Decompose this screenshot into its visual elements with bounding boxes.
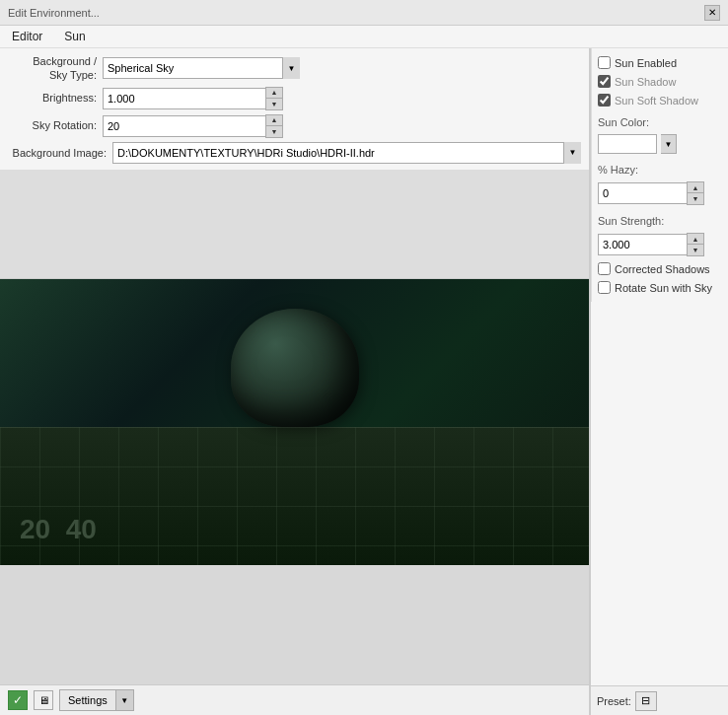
brightness-row: Brightness: ▲ ▼ [8, 87, 581, 110]
bg-image-select[interactable]: D:\DOKUMENTY\TEXTURY\HDRi Studio\HDRI-II… [112, 142, 581, 164]
sun-soft-shadow-label[interactable]: Sun Soft Shadow [615, 95, 698, 107]
bg-image-row: Background Image: D:\DOKUMENTY\TEXTURY\H… [8, 142, 581, 164]
main-layout: Background /Sky Type: Spherical Sky ▼ Br… [0, 48, 728, 715]
sky-type-select[interactable]: Spherical Sky [103, 57, 300, 79]
sky-type-select-wrapper: Spherical Sky ▼ [103, 57, 300, 79]
sun-color-label: Sun Color: [598, 116, 723, 128]
brightness-label: Brightness: [8, 91, 97, 105]
sky-type-row: Background /Sky Type: Spherical Sky ▼ [8, 54, 581, 83]
hazy-label: % Hazy: [598, 164, 723, 176]
preview-render: 20 40 [0, 279, 589, 565]
sun-enabled-checkbox[interactable] [598, 56, 611, 69]
preset-label: Preset: [597, 695, 631, 707]
brightness-spin-up[interactable]: ▲ [266, 88, 282, 99]
hazy-spinbox: ▲ ▼ [598, 181, 723, 205]
sky-type-label: Background /Sky Type: [8, 54, 97, 83]
sun-strength-spinbox: ▲ ▼ [598, 233, 723, 256]
sun-strength-input[interactable] [598, 234, 687, 255]
hazy-spin-up[interactable]: ▲ [688, 182, 703, 193]
sky-rotation-row: Sky Rotation: ▲ ▼ [8, 114, 581, 138]
settings-button[interactable]: Settings [59, 689, 116, 711]
rotate-sun-checkbox[interactable] [598, 281, 611, 294]
hazy-spin-down[interactable]: ▼ [688, 193, 703, 204]
render-sphere [231, 309, 359, 427]
right-panel-spacer [591, 302, 728, 685]
render-text-overlay: 20 40 [20, 514, 97, 545]
preview-area: 20 40 [0, 171, 589, 684]
preview-bottom [0, 565, 589, 684]
render-image: 20 40 [0, 279, 589, 565]
sun-strength-spin-down[interactable]: ▼ [688, 245, 703, 255]
sun-soft-shadow-row: Sun Soft Shadow [598, 94, 723, 107]
sky-rotation-spin-down[interactable]: ▼ [266, 126, 282, 137]
hazy-spin-buttons: ▲ ▼ [687, 181, 704, 205]
right-bottom-bar: Preset: ⊟ [591, 685, 728, 715]
bg-image-select-wrapper: D:\DOKUMENTY\TEXTURY\HDRi Studio\HDRI-II… [112, 142, 581, 164]
sun-enabled-row: Sun Enabled [598, 56, 723, 69]
menu-sun[interactable]: Sun [58, 28, 91, 45]
preview-top [0, 171, 589, 279]
monitor-button[interactable]: 🖥 [34, 690, 53, 710]
rotate-sun-label[interactable]: Rotate Sun with Sky [615, 282, 712, 294]
title-bar: Edit Environment... ✕ [0, 0, 728, 26]
brightness-spinbox: ▲ ▼ [103, 87, 283, 110]
corrected-shadows-row: Corrected Shadows [598, 262, 723, 275]
sun-strength-label: Sun Strength: [598, 215, 723, 227]
bottom-bar: ✓ 🖥 Settings ▼ [0, 684, 589, 715]
corrected-shadows-checkbox[interactable] [598, 262, 611, 275]
sky-rotation-spinbox: ▲ ▼ [103, 114, 283, 138]
preset-icon-button[interactable]: ⊟ [635, 691, 657, 711]
sun-shadow-checkbox[interactable] [598, 75, 611, 88]
sun-strength-spin-buttons: ▲ ▼ [687, 233, 704, 256]
corrected-shadows-label[interactable]: Corrected Shadows [615, 263, 710, 275]
brightness-spin-down[interactable]: ▼ [266, 99, 282, 109]
right-panel: Sun Enabled Sun Shadow Sun Soft Shadow S… [591, 48, 728, 302]
sky-rotation-spin-buttons: ▲ ▼ [265, 114, 283, 138]
hazy-input[interactable] [598, 182, 687, 204]
confirm-button[interactable]: ✓ [8, 690, 28, 710]
form-area: Background /Sky Type: Spherical Sky ▼ Br… [0, 48, 589, 171]
sky-rotation-spin-up[interactable]: ▲ [266, 115, 282, 126]
settings-btn-wrapper: Settings ▼ [59, 689, 134, 711]
close-button[interactable]: ✕ [704, 5, 720, 21]
rotate-sun-row: Rotate Sun with Sky [598, 281, 723, 294]
settings-dropdown-arrow-icon[interactable]: ▼ [116, 689, 134, 711]
brightness-spin-buttons: ▲ ▼ [265, 87, 283, 110]
right-side: Sun Enabled Sun Shadow Sun Soft Shadow S… [590, 48, 728, 715]
sun-soft-shadow-checkbox[interactable] [598, 94, 611, 107]
sun-color-picker: ▼ [598, 134, 723, 154]
sun-strength-spin-up[interactable]: ▲ [688, 234, 703, 245]
sky-rotation-label: Sky Rotation: [8, 118, 97, 132]
sun-color-box[interactable] [598, 134, 657, 154]
sun-shadow-label[interactable]: Sun Shadow [615, 76, 676, 88]
menu-bar: Editor Sun [0, 26, 728, 48]
sky-rotation-input[interactable] [103, 115, 265, 137]
sun-enabled-label[interactable]: Sun Enabled [615, 57, 677, 69]
brightness-input[interactable] [103, 88, 265, 109]
sun-shadow-row: Sun Shadow [598, 75, 723, 88]
left-panel: Background /Sky Type: Spherical Sky ▼ Br… [0, 48, 590, 715]
sun-color-dropdown-icon[interactable]: ▼ [661, 134, 677, 154]
bg-image-label: Background Image: [8, 147, 107, 159]
menu-editor[interactable]: Editor [6, 28, 48, 45]
title-bar-title: Edit Environment... [8, 7, 100, 19]
